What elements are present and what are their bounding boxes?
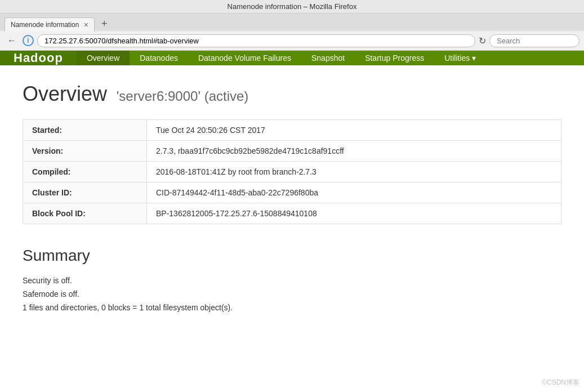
nav-item-overview[interactable]: Overview [77,51,130,65]
hadoop-logo: Hadoop [0,51,77,65]
utilities-label: Utilities [444,54,470,63]
info-table: Started:Tue Oct 24 20:50:26 CST 2017Vers… [23,119,561,224]
info-icon: i [27,37,29,44]
nav-item-utilities[interactable]: Utilities ▾ [434,51,486,65]
tab-bar: Namenode information × + [0,14,584,31]
server-info: 'server6:9000' (active) [113,88,248,104]
table-label: Version: [23,141,147,162]
dropdown-arrow-icon: ▾ [472,54,476,63]
table-value: Tue Oct 24 20:50:26 CST 2017 [147,120,561,141]
main-content: Overview 'server6:9000' (active) Started… [0,65,584,333]
reload-button[interactable]: ↻ [479,35,486,46]
tab-label: Namenode information [11,21,79,29]
search-input[interactable] [489,34,579,47]
nav-item-startup-progress[interactable]: Startup Progress [355,51,434,65]
summary-lines: Security is off.Safemode is off.1 files … [23,276,561,312]
info-button[interactable]: i [23,35,34,46]
nav-item-datanodes[interactable]: Datanodes [130,51,188,65]
summary-section-title: Summary [23,247,561,265]
tab-close-button[interactable]: × [84,20,88,29]
table-label: Started: [23,120,147,141]
table-row: Compiled:2016-08-18T01:41Z by root from … [23,162,561,182]
table-value: BP-1362812005-172.25.27.6-1508849410108 [147,203,561,224]
summary-line: Safemode is off. [23,289,561,299]
nav-item-snapshot[interactable]: Snapshot [301,51,355,65]
browser-chrome: Namenode information × + ← i ↻ [0,14,584,51]
table-row: Version:2.7.3, rbaa91f7c6bc9cb92be5982de… [23,141,561,162]
summary-line: Security is off. [23,276,561,285]
table-row: Started:Tue Oct 24 20:50:26 CST 2017 [23,120,561,141]
table-label: Cluster ID: [23,182,147,203]
table-label: Block Pool ID: [23,203,147,224]
nav-item-datanode-volume-failures[interactable]: Datanode Volume Failures [188,51,301,65]
summary-line: 1 files and directories, 0 blocks = 1 to… [23,303,561,312]
back-icon: ← [7,35,16,46]
window-title: Namenode information – Mozilla Firefox [228,2,357,11]
table-row: Cluster ID:CID-87149442-4f11-48d5-aba0-2… [23,182,561,203]
table-label: Compiled: [23,162,147,182]
overview-heading: Overview [23,82,107,105]
window-titlebar: Namenode information – Mozilla Firefox [0,0,584,14]
new-tab-button[interactable]: + [97,18,112,30]
address-input[interactable] [37,34,475,47]
table-value: CID-87149442-4f11-48d5-aba0-22c7296f80ba [147,182,561,203]
browser-tab[interactable]: Namenode information × [5,17,95,32]
back-button[interactable]: ← [5,33,19,48]
hadoop-nav: Hadoop Overview Datanodes Datanode Volum… [0,51,584,65]
address-bar-row: ← i ↻ [0,31,584,50]
nav-items: Overview Datanodes Datanode Volume Failu… [77,51,486,65]
table-row: Block Pool ID:BP-1362812005-172.25.27.6-… [23,203,561,224]
table-value: 2016-08-18T01:41Z by root from branch-2.… [147,162,561,182]
overview-section-title: Overview 'server6:9000' (active) [23,82,561,106]
table-value: 2.7.3, rbaa91f7c6bc9cb92be5982de4719c1c8… [147,141,561,162]
